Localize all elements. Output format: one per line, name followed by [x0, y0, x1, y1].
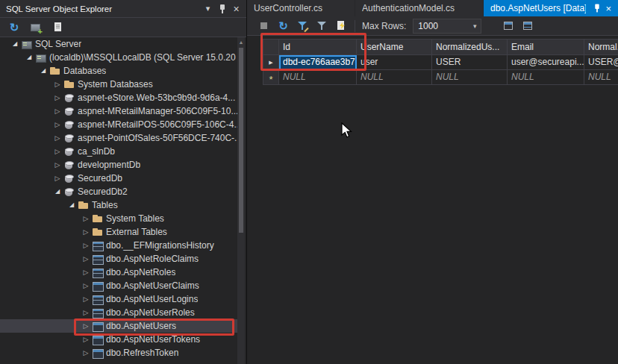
collapse-icon[interactable]: ◢ [37, 64, 49, 78]
scrollbar-thumb[interactable] [239, 48, 243, 233]
funnel-glyph [317, 22, 326, 30]
filter-icon[interactable] [316, 19, 328, 32]
tree-item-localdb-mssqllocaldb-sql-server-15-0-20[interactable]: ◢(localdb)\MSSQLLocalDB (SQL Server 15.0… [0, 51, 237, 64]
tree-item-tables[interactable]: ◢Tables [0, 198, 237, 212]
tree-item-aspnet-estore-web-53bc9b9d-9d6a-4[interactable]: ▷aspnet-eStore.Web-53bc9b9d-9d6a-4... [0, 91, 237, 104]
grid-cell[interactable]: NULL [508, 70, 584, 85]
grid-cell[interactable]: user [357, 55, 432, 70]
expand-icon[interactable]: ▷ [80, 266, 92, 279]
expand-icon[interactable]: ▷ [52, 91, 63, 104]
tree-item-dbo-aspnetuserroles[interactable]: ▷dbo.AspNetUserRoles [0, 306, 237, 319]
grid-cell[interactable]: NULL [584, 70, 618, 85]
tab-authenticationmodel-cs[interactable]: AuthenticationModel.cs [355, 0, 484, 16]
grid-cell[interactable]: NULL [279, 70, 357, 85]
collapse-icon[interactable]: ◢ [9, 37, 21, 51]
tree-item-dbo-aspnetusertokens[interactable]: ▷dbo.AspNetUserTokens [0, 333, 237, 346]
tree-item-system-databases[interactable]: ▷System Databases [0, 78, 237, 91]
close-icon[interactable]: × [605, 3, 611, 14]
folder-icon [78, 200, 89, 211]
tab-usercontroller-cs[interactable]: UserController.cs [247, 0, 355, 16]
script-icon[interactable] [335, 19, 348, 32]
expand-icon[interactable]: ▷ [80, 292, 92, 306]
tree-item-developmentdb[interactable]: ▷developmentDb [0, 158, 237, 172]
expand-icon[interactable]: ▷ [80, 225, 92, 239]
tree-item-aspnet-pointofsales-50f56dce-740c[interactable]: ▷aspnet-PointOfSales-50F56DCE-740C-... [0, 131, 237, 145]
tab-label: AuthenticationModel.cs [362, 3, 455, 13]
editor-area: UserController.csAuthenticationModel.csd… [247, 0, 618, 364]
filter-edit-icon[interactable] [296, 19, 309, 32]
tree-item-dbo-refreshtoken[interactable]: ▷dbo.RefreshToken [0, 346, 237, 360]
grid-row-1: ▶dbd-ec766aae3b7cuserUSERuser@secureapi.… [263, 55, 618, 70]
tree-item-secureddb2[interactable]: ◢SecuredDb2 [0, 185, 237, 198]
expand-icon[interactable]: ▷ [52, 158, 63, 172]
expand-icon[interactable]: ▷ [52, 131, 63, 145]
expand-icon[interactable]: ▷ [80, 252, 92, 266]
expand-icon[interactable]: ▷ [80, 212, 92, 225]
expand-icon[interactable]: ▷ [52, 78, 63, 91]
column-header-normal[interactable]: Normal... [584, 39, 618, 55]
tree-item-aspnet-mretailmanager-506c09f5-10[interactable]: ▷aspnet-MRetailManager-506C09F5-10... [0, 104, 237, 118]
new-row-indicator[interactable]: * [263, 70, 279, 85]
expand-icon[interactable]: ▷ [80, 239, 92, 252]
column-header-normalizedus[interactable]: NormalizedUs... [432, 39, 508, 55]
expand-icon[interactable]: ▷ [52, 118, 63, 131]
expand-icon[interactable]: ▷ [80, 333, 92, 346]
expand-icon[interactable]: ▷ [52, 172, 63, 185]
tree-item-sql-server[interactable]: ◢SQL Server [0, 37, 237, 51]
collapse-icon[interactable]: ◢ [52, 185, 63, 198]
tree-item-ca-slndb[interactable]: ▷ca_slnDb [0, 145, 237, 158]
collapse-icon[interactable]: ◢ [66, 198, 78, 212]
grid-corner-cell[interactable] [263, 39, 279, 55]
grid-cell[interactable]: NULL [432, 70, 508, 85]
tree-item-label: SecuredDb [78, 173, 122, 183]
tree-item-dbo-aspnetuserlogins[interactable]: ▷dbo.AspNetUserLogins [0, 292, 237, 306]
collapse-icon[interactable]: ◢ [23, 51, 35, 64]
database-icon [63, 106, 75, 117]
tree-item-secureddb[interactable]: ▷SecuredDb [0, 172, 237, 185]
expand-icon[interactable]: ▷ [80, 306, 92, 319]
tree-item-aspnet-mretailpos-506c09f5-106c-4[interactable]: ▷aspnet-MRetailPOS-506C09F5-106C-4... [0, 118, 237, 131]
expand-icon[interactable]: ▷ [52, 145, 63, 158]
tree-item-label: (localdb)\MSSQLLocalDB (SQL Server 15.0.… [49, 52, 236, 63]
script-file-icon[interactable] [522, 19, 534, 32]
refresh-icon[interactable]: ↻ [277, 19, 290, 32]
chevron-down-icon[interactable]: ▾ [201, 1, 215, 16]
expand-icon[interactable]: ▷ [80, 319, 92, 333]
tree-item-dbo-aspnetusers[interactable]: ▷dbo.AspNetUsers [0, 319, 237, 333]
script-pane-icon[interactable] [502, 19, 515, 32]
tree-item-dbo-aspnetuserclaims[interactable]: ▷dbo.AspNetUserClaims [0, 279, 237, 292]
grid-cell[interactable]: dbd-ec766aae3b7c [279, 55, 357, 70]
scroll-up-icon[interactable]: ▲ [237, 37, 245, 46]
close-icon[interactable]: × [229, 1, 243, 16]
panel-titlebar[interactable]: SQL Server Object Explorer ▾ × [0, 0, 246, 18]
grid-cell[interactable]: user@secureapi... [508, 55, 584, 70]
expand-icon[interactable]: ▷ [52, 104, 63, 118]
grid-cell[interactable]: NULL [357, 70, 432, 85]
tab-dbo-aspnetusers-data[interactable]: dbo.AspNetUsers [Data]× [484, 0, 618, 16]
tree-item-external-tables[interactable]: ▷External Tables [0, 225, 237, 239]
column-header-email[interactable]: Email [508, 39, 584, 55]
tree-item-dbo-efmigrationshistory[interactable]: ▷dbo.__EFMigrationsHistory [0, 239, 237, 252]
pin-icon[interactable] [593, 4, 601, 13]
current-row-indicator[interactable]: ▶ [263, 55, 279, 70]
pin-icon[interactable] [215, 1, 229, 16]
grid-cell[interactable]: USER@S... [584, 55, 618, 70]
tree-item-dbo-aspnetroles[interactable]: ▷dbo.AspNetRoles [0, 266, 237, 279]
tree-item-system-tables[interactable]: ▷System Tables [0, 212, 237, 225]
expand-icon[interactable]: ▷ [80, 346, 92, 360]
grid-cell[interactable]: USER [432, 55, 508, 70]
pane-glyph [523, 22, 532, 30]
add-sql-server-icon[interactable] [28, 20, 43, 35]
tree-item-databases[interactable]: ◢Databases [0, 64, 237, 78]
dropdown-arrow-icon[interactable]: ▾ [469, 22, 481, 30]
table-icon [92, 307, 103, 318]
max-rows-combobox[interactable]: 1000 ▾ [413, 19, 481, 34]
column-header-username[interactable]: UserName [357, 39, 432, 55]
column-header-id[interactable]: Id [279, 39, 357, 55]
expand-icon[interactable]: ▷ [80, 279, 92, 292]
tree-item-dbo-aspnetroleclaims[interactable]: ▷dbo.AspNetRoleClaims [0, 252, 237, 266]
refresh-icon[interactable]: ↻ [7, 20, 22, 35]
tree-scrollbar[interactable]: ▲ [237, 37, 245, 364]
new-query-icon[interactable] [50, 20, 65, 35]
stop-icon[interactable] [258, 19, 270, 32]
